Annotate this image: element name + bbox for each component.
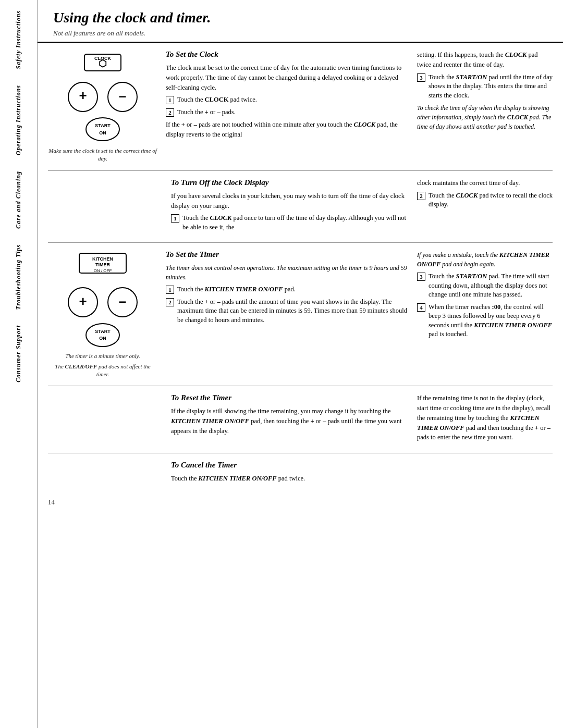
svg-text:+: + [79, 88, 87, 103]
step-text-3: Touch the START/ON pad until the time of… [429, 73, 553, 101]
step-num-3: 3 [417, 73, 425, 82]
sidebar-label-operating: Operating Instructions [15, 85, 22, 155]
page-number: 14 [38, 494, 563, 511]
reset-timer-title: To Reset the Timer [171, 393, 409, 402]
turn-off-step-num-1: 1 [171, 214, 179, 223]
set-timer-right: If you make a mistake, touch the KITCHEN… [417, 250, 553, 378]
set-timer-step3: 3 Touch the START/ON pad. The time will … [417, 272, 553, 300]
set-timer-step-text-4: When the timer reaches :00, the control … [429, 303, 553, 339]
turn-off-right: clock maintains the correct time of day.… [417, 178, 553, 236]
turn-off-display-section: To Turn Off the Clock Display If you hav… [48, 171, 553, 243]
set-timer-step2: 2 Touch the + or – pads until the amount… [166, 298, 409, 325]
set-timer-step-num-1: 1 [166, 286, 174, 294]
clock-diagram: CLOCK ⬡ + – START ON [61, 50, 144, 144]
turn-off-step-num-2: 2 [417, 192, 425, 200]
cancel-timer-title: To Cancel the Timer [171, 461, 409, 470]
cancel-timer-body: Touch the KITCHEN TIMER ON/OFF pad twice… [171, 474, 409, 484]
reset-timer-right-body: If the remaining time is not in the disp… [417, 393, 553, 442]
reset-timer-right: If the remaining time is not in the disp… [417, 393, 553, 446]
set-timer-step-num-2: 2 [166, 298, 174, 306]
svg-text:⬡: ⬡ [99, 58, 107, 69]
turn-off-left-spacer [53, 178, 163, 236]
cancel-timer-right [417, 461, 553, 487]
svg-text:ON / OFF: ON / OFF [94, 268, 112, 273]
set-clock-if-text: If the + or – pads are not touched withi… [166, 120, 409, 140]
reset-timer-body: If the display is still showing the time… [171, 406, 409, 436]
turn-off-step-text-2: Touch the CLOCK pad twice to recall the … [429, 191, 553, 209]
set-timer-italic1: The timer does not control oven operatio… [166, 263, 409, 282]
set-clock-mid: To Set the Clock The clock must be set t… [166, 50, 409, 163]
svg-text:KITCHEN: KITCHEN [92, 256, 113, 262]
set-clock-italic-note: To check the time of day when the displa… [417, 103, 553, 131]
turn-off-right-body: clock maintains the correct time of day. [417, 178, 553, 188]
svg-point-18 [86, 324, 119, 347]
turn-off-mid: To Turn Off the Clock Display If you hav… [171, 178, 409, 236]
content-area: CLOCK ⬡ + – START ON Make sure the clo [38, 43, 563, 494]
step-num-2: 2 [166, 108, 174, 117]
set-clock-step2: 2 Touch the + or – pads. [166, 108, 409, 117]
clock-image-col: CLOCK ⬡ + – START ON Make sure the clo [48, 50, 157, 163]
page-title: Using the clock and timer. [53, 9, 547, 26]
svg-text:TIMER: TIMER [95, 262, 110, 267]
set-clock-body: The clock must be set to the correct tim… [166, 63, 409, 92]
turn-off-step2: 2 Touch the CLOCK pad twice to recall th… [417, 191, 553, 209]
sidebar-label-safety: Safety Instructions [15, 10, 22, 69]
set-timer-step-text-1: Touch the KITCHEN TIMER ON/OFF pad. [177, 285, 296, 294]
cancel-timer-mid: To Cancel the Timer Touch the KITCHEN TI… [171, 461, 409, 487]
timer-caption1: The timer is a minute timer only. [65, 352, 140, 360]
set-timer-step-num-3: 3 [417, 273, 425, 281]
turn-off-body: If you have several clocks in your kitch… [171, 191, 409, 211]
svg-text:ON: ON [99, 336, 106, 341]
set-clock-step1: 1 Touch the CLOCK pad twice. [166, 95, 409, 105]
timer-caption2: The CLEAR/OFF pad does not affect the ti… [48, 363, 157, 379]
set-timer-right-italic: If you make a mistake, touch the KITCHEN… [417, 250, 553, 269]
svg-text:ON: ON [99, 130, 106, 135]
sidebar-label-consumer: Consumer Support [15, 325, 22, 382]
page-wrapper: Safety Instructions Operating Instructio… [0, 0, 563, 728]
set-timer-step-num-4: 4 [417, 303, 425, 312]
reset-left-spacer [53, 393, 163, 446]
sidebar-label-care: Care and Cleaning [15, 171, 22, 229]
set-timer-step-text-2: Touch the + or – pads until the amount o… [177, 298, 409, 325]
cancel-timer-section: To Cancel the Timer Touch the KITCHEN TI… [48, 453, 553, 494]
title-section: Using the clock and timer. Not all featu… [38, 0, 563, 43]
subtitle: Not all features are on all models. [53, 29, 547, 38]
turn-off-title: To Turn Off the Clock Display [171, 178, 409, 187]
set-clock-section: CLOCK ⬡ + – START ON Make sure the clo [48, 43, 553, 171]
set-clock-step3: 3 Touch the START/ON pad until the time … [417, 73, 553, 101]
set-clock-right: setting. If this happens, touch the CLOC… [417, 50, 553, 163]
sidebar-label-troubleshooting: Troubleshooting Tips [15, 244, 22, 310]
reset-timer-mid: To Reset the Timer If the display is sti… [171, 393, 409, 446]
set-timer-title: To Set the Timer [166, 250, 409, 259]
set-timer-mid: To Set the Timer The timer does not cont… [166, 250, 409, 378]
set-timer-step-text-3: Touch the START/ON pad. The time will st… [429, 272, 553, 300]
set-clock-right-body: setting. If this happens, touch the CLOC… [417, 50, 553, 70]
main-content: Using the clock and timer. Not all featu… [38, 0, 563, 728]
svg-text:–: – [119, 88, 126, 104]
turn-off-step-text-1: Touch the CLOCK pad once to turn off the… [182, 214, 409, 232]
set-timer-section: KITCHEN TIMER ON / OFF + – START ON [48, 243, 553, 386]
step-text-1: Touch the CLOCK pad twice. [177, 95, 257, 105]
cancel-left-spacer [53, 461, 163, 487]
set-timer-step4: 4 When the timer reaches :00, the contro… [417, 303, 553, 339]
timer-image-col: KITCHEN TIMER ON / OFF + – START ON [48, 250, 157, 378]
sidebar: Safety Instructions Operating Instructio… [0, 0, 38, 728]
svg-text:+: + [79, 293, 87, 309]
turn-off-step1: 1 Touch the CLOCK pad once to turn off t… [171, 214, 409, 232]
timer-diagram: KITCHEN TIMER ON / OFF + – START ON [61, 250, 144, 349]
svg-text:START: START [95, 329, 111, 334]
set-clock-title: To Set the Clock [166, 50, 409, 59]
clock-caption: Make sure the clock is set to the correc… [48, 147, 157, 163]
svg-text:–: – [119, 293, 126, 309]
step-text-2: Touch the + or – pads. [177, 108, 236, 117]
svg-text:START: START [95, 123, 111, 128]
set-timer-step1: 1 Touch the KITCHEN TIMER ON/OFF pad. [166, 285, 409, 294]
reset-timer-section: To Reset the Timer If the display is sti… [48, 386, 553, 453]
step-num-1: 1 [166, 96, 174, 104]
svg-point-7 [86, 118, 119, 141]
